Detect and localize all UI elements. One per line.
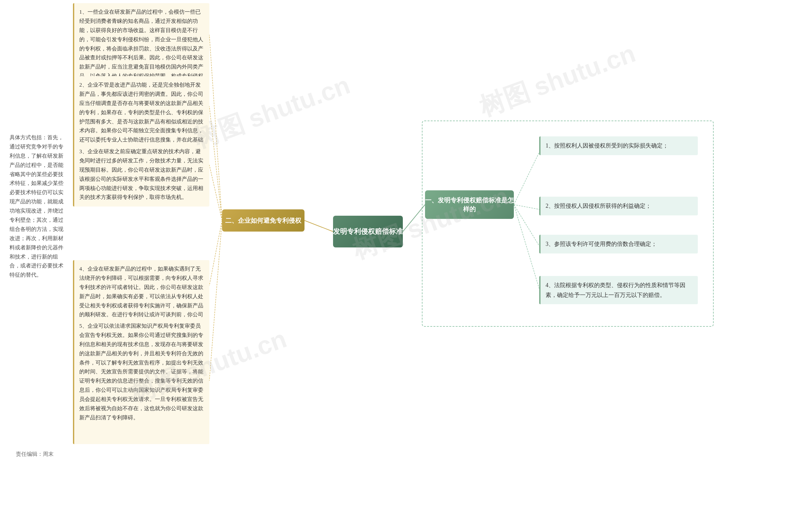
mind-map: 发明专利侵权赔偿标准 一、发明专利侵权赔偿标准是怎样的 二、企业如何避免专利侵权… — [0, 0, 812, 525]
page-container: 树图 shutu.cn 树图 shutu.cn 树图 shutu.cn 树图 s… — [0, 0, 812, 525]
svg-line-5 — [304, 221, 333, 231]
right-header-node: 一、发明专利侵权赔偿标准是怎样的 — [425, 190, 514, 219]
left-header-label: 二、企业如何避免专利侵权 — [225, 216, 301, 225]
left-box-3: 3、企业在研发之前应确定重点研发的技术内容，避免同时进行过多的研发工作，分散技术… — [73, 143, 209, 207]
svg-line-7 — [209, 106, 222, 221]
side-note-text: 具体方式包括：首先，通过研究竞争对手的专利信息，了解在研发新产品的过程中，是否能… — [10, 135, 63, 278]
right-section-border — [422, 121, 714, 327]
left-box-2-text: 2、企业不管是改进产品功能，还是完全独创地开发新产品，事先都应该进行周密的调查。… — [79, 82, 203, 152]
svg-line-10 — [209, 221, 222, 381]
center-node-label: 发明专利侵权赔偿标准 — [333, 227, 403, 237]
left-box-5-text: 5、企业可以依法请求国家知识产权局专利复审委员会宣告专利权无效。如果你公司通过研… — [79, 323, 203, 421]
svg-line-9 — [209, 221, 222, 285]
editor-label: 责任编辑：周末 — [16, 451, 54, 457]
side-note: 具体方式包括：首先，通过研究竞争对手的专利信息，了解在研发新产品的过程中，是否能… — [10, 133, 66, 280]
right-header-label: 一、发明专利侵权赔偿标准是怎样的 — [425, 196, 514, 213]
center-node: 发明专利侵权赔偿标准 — [333, 216, 403, 247]
left-box-5: 5、企业可以依法请求国家知识产权局专利复审委员会宣告专利权无效。如果你公司通过研… — [73, 317, 209, 444]
svg-line-6 — [209, 35, 222, 221]
right-section-badge — [702, 116, 707, 117]
left-header-node: 二、企业如何避免专利侵权 — [222, 209, 304, 231]
left-box-3-text: 3、企业在研发之前应确定重点研发的技术内容，避免同时进行过多的研发工作，分散技术… — [79, 148, 203, 200]
editor-info: 责任编辑：周末 — [16, 450, 54, 458]
svg-line-8 — [209, 165, 222, 221]
